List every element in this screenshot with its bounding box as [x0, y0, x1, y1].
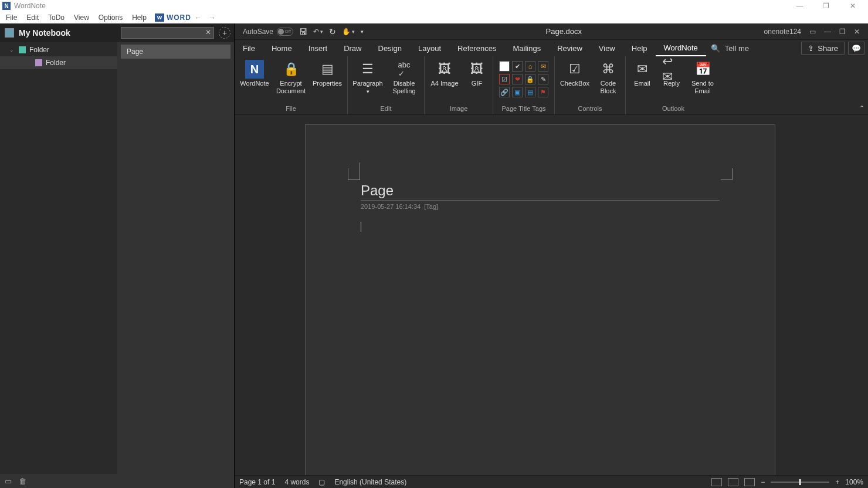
web-layout-icon[interactable] — [744, 478, 755, 486]
zoom-out-button[interactable]: − — [761, 478, 765, 486]
tab-view[interactable]: View — [591, 40, 623, 56]
menu-help[interactable]: Help — [127, 12, 151, 23]
undo-button[interactable]: ↶▾ — [313, 28, 323, 36]
word-icon: W — [155, 13, 164, 22]
tag-check-icon[interactable]: ✔ — [512, 61, 523, 72]
encrypt-button-label: Encrypt Document — [274, 80, 307, 95]
page-title-text[interactable]: Page — [361, 182, 394, 199]
gif-button[interactable]: 🖼 GIF — [464, 59, 489, 87]
menu-view[interactable]: View — [69, 12, 94, 23]
redo-icon[interactable]: ↻ — [329, 27, 336, 36]
word-minimize-icon[interactable]: — — [824, 28, 831, 36]
tag-white-icon[interactable] — [499, 61, 510, 72]
tab-design[interactable]: Design — [370, 40, 410, 56]
ribbon-body: N WordNote 🔒 Encrypt Document ▤ Properti… — [235, 56, 868, 115]
page-tag[interactable]: [Tag] — [424, 203, 438, 210]
tab-insert[interactable]: Insert — [300, 40, 336, 56]
touch-mode-button[interactable]: ✋▾ — [342, 28, 355, 36]
tab-references[interactable]: References — [449, 40, 504, 56]
email-button[interactable]: ✉ Email — [629, 59, 655, 87]
ribbon-display-icon[interactable]: ▭ — [809, 28, 816, 36]
send-to-email-button[interactable]: 📅 Send to Email — [688, 59, 717, 95]
tag-heart-icon[interactable]: ❤ — [512, 74, 523, 84]
tab-review[interactable]: Review — [549, 40, 591, 56]
tab-file[interactable]: File — [235, 40, 263, 56]
encrypt-document-button[interactable]: 🔒 Encrypt Document — [274, 59, 307, 95]
wordnote-button-label: WordNote — [240, 80, 269, 87]
notebook-sidebar: My Notebook ⌄ Folder Folder ▭ 🗑 — [0, 23, 117, 488]
tag-lock-icon[interactable]: 🔒 — [525, 74, 535, 84]
autosave-toggle[interactable]: AutoSave Off — [243, 28, 293, 36]
zoom-in-button[interactable]: + — [835, 478, 839, 486]
note-icon[interactable]: ▭ — [5, 477, 12, 486]
word-launcher[interactable]: W WORD — [155, 13, 191, 22]
tag-home-icon[interactable]: ⌂ — [525, 61, 535, 72]
page-search-input[interactable]: ✕ — [121, 27, 214, 39]
tab-layout[interactable]: Layout — [410, 40, 449, 56]
read-mode-icon[interactable] — [711, 478, 722, 486]
word-label: WORD — [167, 13, 191, 22]
window-minimize-button[interactable]: — — [786, 2, 813, 10]
zoom-level[interactable]: 100% — [845, 478, 863, 486]
add-page-button[interactable]: + — [219, 27, 230, 39]
menu-file[interactable]: File — [1, 12, 22, 23]
margin-corner-tl — [348, 168, 360, 180]
tag-image-icon[interactable]: ▣ — [512, 87, 523, 97]
paragraph-button[interactable]: ☰ Paragraph▾ — [351, 59, 384, 96]
wordnote-button[interactable]: N WordNote — [238, 59, 271, 87]
document-canvas[interactable]: Page 2019-05-27 16:14:34 [Tag] — [235, 115, 868, 475]
nav-back-icon[interactable]: ← — [195, 13, 202, 22]
status-proofing-icon[interactable]: ▢ — [318, 478, 325, 486]
tag-pen-icon[interactable]: ✎ — [538, 74, 548, 84]
tag-mail-icon[interactable]: ✉ — [538, 61, 548, 72]
document-page[interactable]: Page 2019-05-27 16:14:34 [Tag] — [305, 124, 775, 475]
margin-guide — [360, 162, 360, 180]
window-close-button[interactable]: ✕ — [839, 2, 866, 10]
code-block-button[interactable]: ⌘ Code Block — [595, 59, 622, 95]
menu-edit[interactable]: Edit — [22, 12, 43, 23]
clear-search-icon[interactable]: ✕ — [205, 28, 211, 36]
toggle-switch: Off — [277, 28, 293, 36]
app-icon: N — [2, 2, 11, 10]
status-words[interactable]: 4 words — [284, 478, 309, 486]
tab-help[interactable]: Help — [623, 40, 656, 56]
properties-button[interactable]: ▤ Properties — [311, 59, 344, 87]
tab-home[interactable]: Home — [263, 40, 300, 56]
tab-draw[interactable]: Draw — [335, 40, 369, 56]
word-maximize-icon[interactable]: ❐ — [839, 28, 846, 36]
notebook-header[interactable]: My Notebook — [0, 23, 117, 42]
page-list-item[interactable]: Page — [121, 45, 230, 59]
word-close-icon[interactable]: ✕ — [854, 28, 860, 36]
status-page[interactable]: Page 1 of 1 — [239, 478, 275, 486]
tab-mailings[interactable]: Mailings — [505, 40, 550, 56]
status-language[interactable]: English (United States) — [334, 478, 406, 486]
zoom-slider[interactable] — [771, 482, 829, 483]
page-timestamp: 2019-05-27 16:14:34 — [361, 203, 421, 210]
print-layout-icon[interactable] — [728, 478, 738, 486]
reply-button[interactable]: ↩✉ Reply — [659, 59, 684, 87]
trash-icon[interactable]: 🗑 — [19, 477, 26, 486]
tell-me-search[interactable]: 🔍 Tell me — [711, 40, 749, 56]
tag-link-icon[interactable]: 🔗 — [499, 87, 510, 97]
menu-todo[interactable]: ToDo — [43, 12, 69, 23]
disable-spelling-button[interactable]: abc✓ Disable Spelling — [388, 59, 421, 95]
window-maximize-button[interactable]: ❐ — [813, 2, 839, 10]
a4-image-button[interactable]: 🖼 A4 Image — [428, 59, 461, 87]
tag-book-icon[interactable]: ▤ — [525, 87, 535, 97]
a4-image-label: A4 Image — [430, 80, 458, 87]
tree-folder-2[interactable]: Folder — [0, 56, 117, 69]
tag-gallery[interactable]: ✔ ⌂ ✉ ☑ ❤ 🔒 ✎ 🔗 ▣ ▤ ⚑ — [497, 59, 551, 100]
menu-options[interactable]: Options — [94, 12, 127, 23]
calendar-mail-icon: 📅 — [693, 60, 712, 79]
checkbox-button[interactable]: ☑ CheckBox — [558, 59, 591, 87]
tag-flag-icon[interactable]: ⚑ — [538, 87, 548, 97]
tree-folder-1[interactable]: ⌄ Folder — [0, 43, 117, 56]
app-menubar: File Edit ToDo View Options Help W WORD … — [0, 12, 868, 23]
share-button[interactable]: ⇪ Share — [801, 42, 845, 55]
nav-forward-icon[interactable]: → — [209, 13, 216, 22]
tag-red-check-icon[interactable]: ☑ — [499, 74, 510, 84]
collapse-ribbon-icon[interactable]: ⌃ — [859, 104, 864, 112]
comments-button[interactable]: 💬 — [848, 42, 864, 55]
save-icon[interactable]: 🖫 — [299, 27, 307, 36]
account-name[interactable]: onenote124 — [764, 28, 801, 36]
